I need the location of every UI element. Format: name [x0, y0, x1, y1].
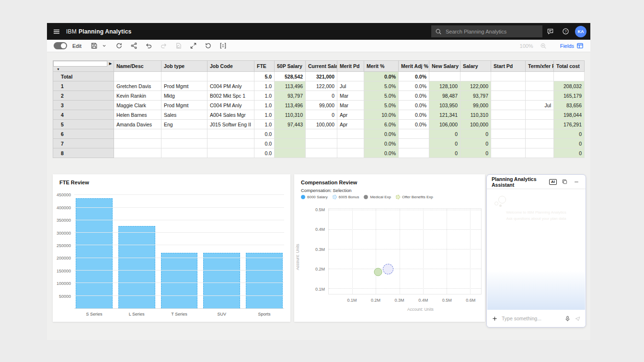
- grid-cell[interactable]: [526, 91, 554, 101]
- grid-cell[interactable]: 0: [429, 139, 460, 148]
- row-header[interactable]: 3: [53, 101, 114, 110]
- grid-cell[interactable]: 5.0%: [364, 101, 399, 110]
- grid-cell[interactable]: [207, 72, 254, 81]
- reset-button[interactable]: [204, 41, 213, 51]
- grid-cell[interactable]: 208,032: [554, 81, 585, 91]
- grid-cell[interactable]: [399, 148, 429, 158]
- grid-cell[interactable]: 10.0%: [364, 110, 399, 120]
- grid-cell[interactable]: 83,656: [554, 101, 585, 110]
- grid-cell[interactable]: J015 Softwr Eng II: [207, 120, 254, 129]
- grid-cell[interactable]: 113,496: [275, 81, 306, 91]
- row-header[interactable]: 4: [53, 110, 114, 120]
- grid-cell[interactable]: [491, 91, 526, 101]
- widgets-button[interactable]: [218, 41, 228, 51]
- grid-cell[interactable]: 128,100: [429, 81, 460, 91]
- column-header[interactable]: Start Pd: [491, 61, 526, 72]
- grid-cell[interactable]: [275, 139, 306, 148]
- grid-cell[interactable]: 110,310: [275, 110, 306, 120]
- grid-cell[interactable]: [460, 72, 491, 81]
- help-button[interactable]: ?: [558, 23, 573, 40]
- grid-cell[interactable]: 97,443: [275, 120, 306, 129]
- grid-cell[interactable]: 0.0: [254, 148, 275, 158]
- bubble-offer-benefits-exp[interactable]: [374, 268, 382, 276]
- grid-cell[interactable]: C004 PM Anly: [207, 101, 254, 110]
- grid-cell[interactable]: A004 Sales Mgr: [207, 110, 254, 120]
- grid-cell[interactable]: 165,179: [554, 91, 585, 101]
- grid-cell[interactable]: 93,797: [460, 91, 491, 101]
- grid-cell[interactable]: 0.0%: [399, 101, 429, 110]
- column-header[interactable]: Name/Desc: [114, 61, 161, 72]
- column-header[interactable]: New Salary: [429, 61, 460, 72]
- grid-cell[interactable]: 0: [460, 139, 491, 148]
- grid-cell[interactable]: 0.0%: [364, 148, 399, 158]
- bar-s-series[interactable]: [76, 198, 113, 308]
- column-header[interactable]: FTE: [254, 61, 275, 72]
- grid-cell[interactable]: Eng: [161, 120, 207, 129]
- row-header[interactable]: 5: [53, 120, 114, 129]
- grid-cell[interactable]: 0.0%: [399, 72, 429, 81]
- grid-cell[interactable]: 113,496: [275, 101, 306, 110]
- grid-cell[interactable]: [207, 139, 254, 148]
- assistant-minimize-button[interactable]: [572, 178, 581, 186]
- plus-icon[interactable]: [492, 316, 498, 322]
- column-header[interactable]: Total cost: [554, 61, 585, 72]
- grid-cell[interactable]: [114, 148, 161, 158]
- bar-sports[interactable]: [246, 253, 283, 308]
- grid-cell[interactable]: 1.0: [254, 91, 275, 101]
- grid-cell[interactable]: 0: [306, 110, 337, 120]
- grid-cell[interactable]: B002 Mkt Spc 1: [207, 91, 254, 101]
- grid-cell[interactable]: [526, 129, 554, 139]
- grid-cell[interactable]: [161, 139, 207, 148]
- grid-cell[interactable]: 0: [429, 148, 460, 158]
- grid-cell[interactable]: [526, 110, 554, 120]
- grid-cell[interactable]: 0.0%: [399, 110, 429, 120]
- grid-cell[interactable]: [337, 72, 364, 81]
- grid-cell[interactable]: Apr: [337, 110, 364, 120]
- grid-cell[interactable]: Prod Mgmt: [161, 81, 207, 91]
- grid-cell[interactable]: [306, 148, 337, 158]
- grid-cell[interactable]: 5.0: [254, 72, 275, 81]
- grid-cell[interactable]: [526, 148, 554, 158]
- grid-cell[interactable]: Gretchen Davis: [114, 81, 161, 91]
- grid-cell[interactable]: 1.0: [254, 101, 275, 110]
- grid-cell[interactable]: 5.0%: [364, 91, 399, 101]
- grid-cell[interactable]: [114, 129, 161, 139]
- grid-cell[interactable]: Mar: [337, 101, 364, 110]
- grid-cell[interactable]: C004 PM Anly: [207, 81, 254, 91]
- grid-cell[interactable]: 1.0: [254, 120, 275, 129]
- bar-l-series[interactable]: [118, 226, 155, 308]
- grid-cell[interactable]: [491, 120, 526, 129]
- row-header[interactable]: 2: [53, 91, 114, 101]
- grid-cell[interactable]: Mktg: [161, 91, 207, 101]
- legend-item[interactable]: Medical Exp: [364, 195, 391, 199]
- grid-cell[interactable]: [526, 139, 554, 148]
- grid-cell[interactable]: 0.0%: [364, 129, 399, 139]
- grid-cell[interactable]: 93,797: [275, 91, 306, 101]
- grid-cell[interactable]: Amanda Davies: [114, 120, 161, 129]
- grid-cell[interactable]: 198,044: [554, 110, 585, 120]
- grid-cell[interactable]: 99,000: [306, 101, 337, 110]
- edit-toggle[interactable]: [54, 42, 67, 49]
- menu-button[interactable]: [47, 23, 66, 40]
- grid-cell[interactable]: [491, 129, 526, 139]
- zoom-button[interactable]: [539, 41, 548, 51]
- grid-cell[interactable]: 0: [429, 129, 460, 139]
- grid-cell[interactable]: 0: [554, 148, 585, 158]
- grid-cell[interactable]: [429, 72, 460, 81]
- grid-cell[interactable]: [399, 129, 429, 139]
- refresh-button[interactable]: [115, 41, 124, 51]
- column-header[interactable]: 50P Salary: [275, 61, 306, 72]
- grid-cell[interactable]: 0.0%: [399, 81, 429, 91]
- grid-cell[interactable]: [491, 101, 526, 110]
- grid-cell[interactable]: 5.0%: [364, 81, 399, 91]
- grid-cell[interactable]: 100,000: [306, 120, 337, 129]
- grid-cell[interactable]: [491, 81, 526, 91]
- column-header[interactable]: Term/xfer Pd: [526, 61, 554, 72]
- grid-cell[interactable]: 1.0: [254, 81, 275, 91]
- grid-cell[interactable]: [337, 139, 364, 148]
- grid-cell[interactable]: 100,000: [460, 120, 491, 129]
- undo-button[interactable]: [144, 41, 154, 51]
- grid-cell[interactable]: [306, 129, 337, 139]
- grid-cell[interactable]: 110,310: [460, 110, 491, 120]
- share-button[interactable]: [129, 41, 139, 51]
